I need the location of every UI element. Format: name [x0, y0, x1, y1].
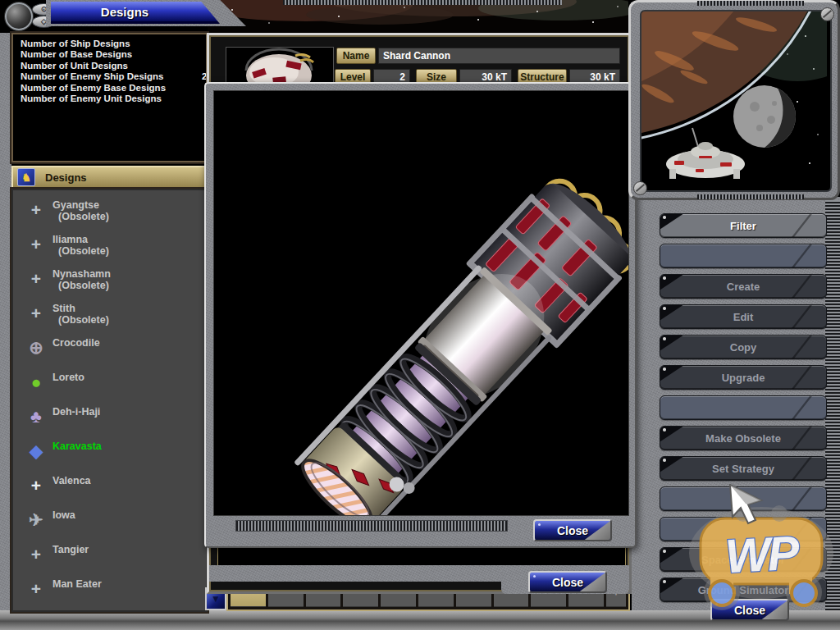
action-button[interactable]: Create — [660, 274, 827, 299]
action-button[interactable]: Make Obsolete — [660, 426, 827, 450]
left-frame-edge — [0, 33, 11, 612]
ship-icon: + — [20, 472, 52, 500]
viewer-ribbed-trim — [235, 520, 508, 532]
design-name: Iowa — [52, 509, 75, 521]
design-list-item[interactable]: + Gyangtse(Obsolete) — [13, 196, 206, 231]
design-list-item[interactable]: + Nynashamn(Obsolete) — [13, 265, 206, 299]
design-name: Deh-i-Haji — [52, 406, 100, 418]
ship-icon: + — [20, 541, 52, 568]
design-obsolete-tag: (Obsolete) — [52, 280, 111, 291]
design-name: Loreto — [52, 372, 84, 383]
action-button[interactable] — [660, 395, 827, 420]
action-button[interactable]: Edit — [660, 304, 827, 329]
screw-icon — [820, 7, 834, 21]
top-ribbed-trim — [283, 0, 562, 5]
viewer-close-button[interactable]: Close — [533, 519, 612, 541]
design-name: Valenca — [52, 475, 91, 486]
action-button[interactable]: Copy — [660, 335, 827, 359]
panel-ribbed-trim — [697, 194, 804, 199]
design-name: Gyangtse — [52, 199, 99, 211]
action-button[interactable]: Space Simulator — [660, 547, 827, 572]
design-name: Stith — [52, 303, 75, 314]
action-button[interactable] — [660, 517, 827, 541]
ship-icon: + — [20, 231, 52, 258]
right-ribbed-trim — [825, 200, 840, 610]
count-row: Number of Enemy Ship Designs — [21, 71, 206, 82]
panel-ribbed-trim — [697, 1, 804, 6]
action-button[interactable]: Filter — [660, 213, 827, 238]
ship-icon: ⊕ — [20, 334, 52, 362]
design-name: Iliamna — [52, 234, 88, 245]
ship-icon: + — [20, 299, 52, 327]
count-row: Number of Base Designs — [21, 49, 206, 60]
name-field[interactable]: Shard Cannon — [378, 48, 620, 64]
design-name: Man Eater — [52, 578, 102, 590]
component-thumbnail — [226, 47, 334, 86]
game-window: ⊙ ◇ Designs Number of Ship DesignsNumber… — [0, 0, 840, 630]
page-title: Designs — [101, 5, 148, 19]
design-name: Crocodile — [52, 337, 100, 349]
design-name: Karavasta — [52, 441, 102, 452]
space-backdrop-strip — [208, 0, 628, 33]
diamond-icon: ◇ — [41, 18, 47, 25]
designs-header-label: Designs — [45, 171, 87, 184]
design-list-item[interactable]: ◆ Karavasta — [13, 437, 206, 472]
design-list-item[interactable]: + Stith(Obsolete) — [13, 299, 206, 334]
ship-icon: ◆ — [20, 437, 52, 465]
action-button[interactable]: Set Strategy — [660, 456, 827, 481]
design-counts-panel: Number of Ship DesignsNumber of Base Des… — [11, 33, 208, 162]
design-list-item[interactable]: + Tangier — [13, 541, 206, 575]
ship-icon: ♣ — [20, 403, 52, 431]
window-title: Designs — [51, 2, 220, 24]
count-row: Number of Enemy Base Designs — [21, 83, 206, 94]
design-list-item[interactable]: ⊕ Crocodile — [13, 334, 206, 368]
design-list-item[interactable]: + Man Eater — [13, 575, 206, 609]
design-list-item[interactable]: + Valenca — [13, 472, 206, 506]
component-render — [213, 90, 629, 516]
component-picture-viewer: Close — [204, 82, 637, 548]
ship-icon: + — [20, 575, 52, 603]
main-close-button[interactable]: Close — [710, 599, 789, 621]
count-row: Number of Ship Designs — [21, 39, 206, 49]
action-button-column: FilterCreateEditCopyUpgradeMake Obsolete… — [660, 213, 827, 608]
chevron-down-icon: ▼ — [211, 593, 221, 605]
ship-icon: ✈ — [20, 506, 52, 534]
design-obsolete-tag: (Obsolete) — [52, 211, 109, 222]
action-button[interactable]: Upgrade — [660, 365, 827, 390]
design-list-item[interactable]: ✈ Iowa — [13, 506, 206, 541]
system-orb-button[interactable] — [5, 2, 33, 30]
planet-view — [640, 10, 832, 192]
name-label: Name — [336, 48, 376, 64]
design-list-item[interactable]: ● Loreto — [13, 368, 206, 403]
count-row: Number of Enemy Unit Designs — [21, 94, 206, 104]
design-obsolete-tag: (Obsolete) — [52, 245, 109, 257]
ship-icon: ● — [20, 368, 52, 396]
design-list-item[interactable]: + Iliamna(Obsolete) — [13, 231, 206, 265]
design-name: Nynashamn — [52, 268, 111, 280]
action-button[interactable] — [660, 244, 827, 268]
design-list-item[interactable]: ♣ Deh-i-Haji — [13, 403, 206, 437]
count-row: Number of Unit Designs — [21, 61, 206, 71]
design-obsolete-tag: (Obsolete) — [52, 314, 109, 326]
dialog-close-button[interactable]: Close — [528, 571, 607, 593]
ship-icon: + — [20, 196, 52, 224]
action-button[interactable] — [660, 486, 827, 511]
designs-icon: ♞ — [17, 168, 35, 186]
designs-list-header: ♞ Designs — [11, 166, 208, 189]
designs-list: + Gyangtse(Obsolete) + Iliamna(Obsolete)… — [11, 189, 208, 612]
design-name: Tangier — [52, 544, 89, 555]
ship-icon: + — [20, 265, 52, 293]
screw-icon — [633, 181, 647, 195]
